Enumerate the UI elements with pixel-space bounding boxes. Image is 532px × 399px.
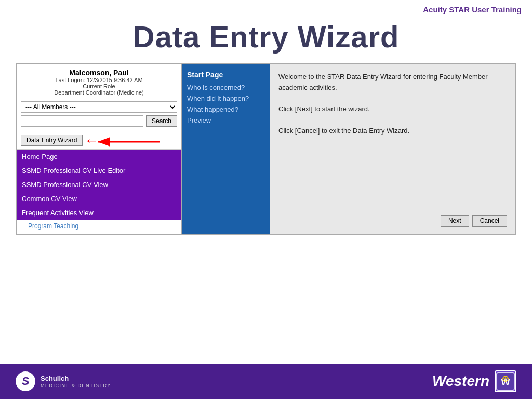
footer-right: Western W (432, 370, 516, 392)
last-logon-value: 12/3/2015 9:36:42 AM (87, 77, 143, 83)
data-entry-wizard-button[interactable]: Data Entry Wizard (21, 135, 83, 146)
wizard-nav-what[interactable]: What happened? (187, 104, 265, 115)
app-frame: Malcomson, Paul Last Logon: 12/3/2015 9:… (16, 63, 516, 235)
role-value: Department Coordinator (Medicine) (20, 89, 178, 96)
user-name: Malcomson, Paul (20, 69, 178, 77)
content-area: Malcomson, Paul Last Logon: 12/3/2015 9:… (0, 63, 532, 235)
search-button[interactable]: Search (146, 115, 177, 127)
wizard-line2: Click [Next] to start the wizard. (278, 104, 507, 115)
next-button[interactable]: Next (441, 215, 469, 227)
nav-item-ssmd-live[interactable]: SSMD Professional CV Live Editor (17, 164, 181, 178)
wizard-line1: Welcome to the STAR Data Entry Wizard fo… (278, 72, 507, 94)
wizard-nav-when[interactable]: When did it happen? (187, 93, 265, 104)
western-crest-icon: W (495, 370, 516, 392)
wizard-right: Start Page Who is concerned? When did it… (182, 64, 515, 234)
schulich-name: Schulich (41, 375, 111, 383)
wizard-buttons: Next Cancel (278, 215, 507, 227)
footer-left: S Schulich MEDICINE & DENTISTRY (16, 371, 111, 391)
wizard-nav-who[interactable]: Who is concerned? (187, 82, 265, 93)
wizard-text: Welcome to the STAR Data Entry Wizard fo… (278, 72, 507, 137)
wizard-nav: Start Page Who is concerned? When did it… (182, 64, 270, 234)
schulich-text-block: Schulich MEDICINE & DENTISTRY (41, 375, 111, 389)
last-logon-label: Last Logon: (55, 77, 85, 83)
schulich-sub: MEDICINE & DENTISTRY (41, 383, 111, 388)
red-arrow-svg (94, 136, 161, 148)
last-logon: Last Logon: 12/3/2015 9:36:42 AM (20, 77, 178, 83)
wizard-line3: Click [Cancel] to exit the Data Entry Wi… (278, 126, 507, 137)
footer: S Schulich MEDICINE & DENTISTRY Western … (0, 364, 532, 399)
schulich-s-icon: S (16, 371, 35, 391)
nav-item-program-teaching[interactable]: Program Teaching (17, 220, 181, 232)
nav-item-ssmd-view[interactable]: SSMD Professional CV View (17, 178, 181, 192)
current-role-label: Current Role (20, 83, 178, 89)
nav-item-frequent[interactable]: Frequent Activities View (17, 206, 181, 220)
search-row: Search (21, 115, 177, 127)
nav-item-common-cv[interactable]: Common CV View (17, 192, 181, 206)
sidebar: Malcomson, Paul Last Logon: 12/3/2015 9:… (17, 64, 182, 234)
search-input[interactable] (21, 115, 143, 127)
members-select[interactable]: --- All Members --- (21, 101, 177, 113)
western-text: Western (432, 373, 489, 390)
main-title: Data Entry Wizard (0, 14, 532, 63)
nav-item-home[interactable]: Home Page (17, 150, 181, 164)
cancel-button[interactable]: Cancel (472, 215, 507, 227)
top-bar: Acuity STAR User Training (0, 0, 532, 14)
wizard-nav-preview[interactable]: Preview (187, 115, 265, 126)
wizard-nav-title: Start Page (187, 71, 265, 79)
top-title: Acuity STAR User Training (423, 5, 522, 14)
nav-items: Home Page SSMD Professional CV Live Edit… (17, 150, 181, 232)
sidebar-header: Malcomson, Paul Last Logon: 12/3/2015 9:… (17, 64, 181, 98)
crest-svg: W (496, 372, 515, 391)
wizard-content: Welcome to the STAR Data Entry Wizard fo… (270, 64, 515, 234)
data-entry-wizard-btn-row: Data Entry Wizard ← (17, 130, 181, 150)
sidebar-controls: --- All Members --- Search (17, 98, 181, 130)
